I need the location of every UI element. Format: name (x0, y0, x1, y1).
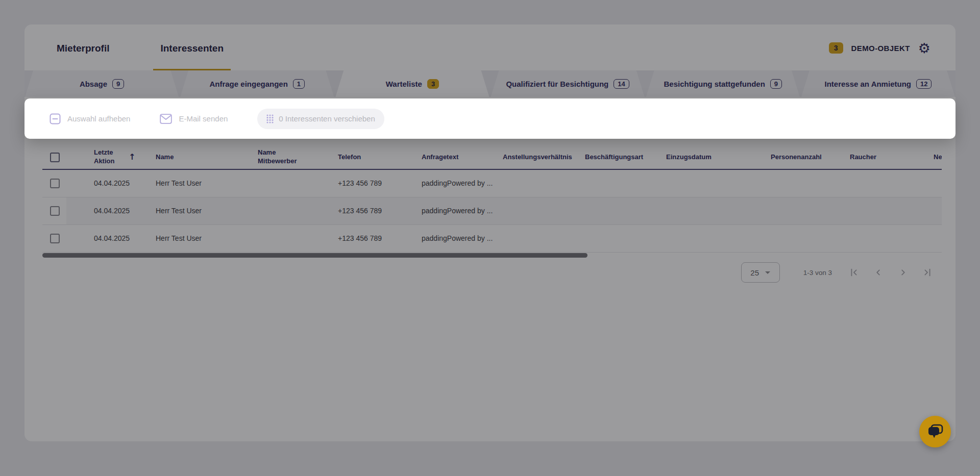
clear-selection-button[interactable]: Auswahl aufheben (50, 113, 130, 124)
send-email-label: E-Mail senden (179, 114, 228, 123)
drag-grid-icon (266, 114, 274, 123)
move-prospects-button[interactable]: 0 Interessenten verschieben (257, 109, 384, 129)
chat-fab-button[interactable] (919, 416, 951, 447)
selection-toolbar: Auswahl aufheben E-Mail senden 0 Interes… (24, 98, 955, 139)
clear-selection-label: Auswahl aufheben (67, 114, 130, 123)
dim-overlay (0, 0, 980, 476)
email-icon (160, 114, 172, 124)
send-email-button[interactable]: E-Mail senden (160, 114, 228, 124)
indeterminate-checkbox-icon (50, 113, 61, 124)
move-prospects-label: 0 Interessenten verschieben (279, 114, 375, 123)
chat-bubbles-icon (927, 424, 943, 439)
